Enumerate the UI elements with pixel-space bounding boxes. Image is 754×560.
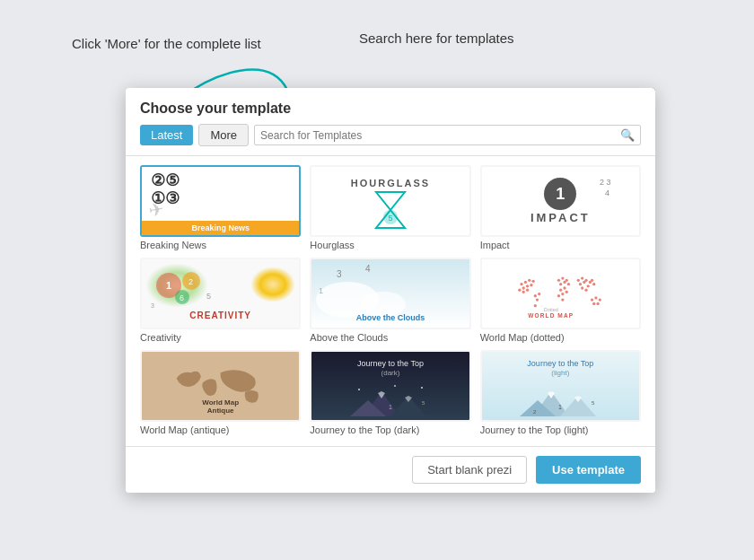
svg-point-84 [421,387,423,389]
template-dialog: Choose your template Latest More 🔍 ②⑤①③ … [126,88,655,493]
template-item-world-map-dotted[interactable]: WORLD MAP Dotted World Map (dotted) [480,258,641,343]
svg-point-49 [566,283,569,285]
svg-text:5: 5 [422,400,425,406]
template-label-journey-light: Journey to the Top (light) [480,424,641,435]
svg-point-65 [581,286,583,289]
search-input[interactable] [260,129,620,142]
svg-point-73 [538,293,540,295]
svg-point-42 [522,291,524,293]
svg-point-63 [592,283,595,285]
svg-point-72 [533,294,536,297]
svg-text:1: 1 [389,404,392,410]
svg-point-37 [531,280,534,283]
svg-point-39 [526,284,529,287]
svg-text:5: 5 [592,400,595,406]
use-template-button[interactable]: Use template [536,456,641,484]
svg-point-34 [520,283,522,285]
svg-point-43 [526,289,529,292]
tabs-row: Latest More 🔍 [126,124,655,156]
svg-point-74 [536,298,539,301]
template-label-world-map-antique: World Map (antique) [140,424,301,435]
svg-point-35 [523,281,526,284]
svg-text:4: 4 [365,264,371,274]
template-item-breaking-news[interactable]: ②⑤①③ ✈ Breaking News Breaking News [140,165,301,250]
template-item-world-map-antique[interactable]: World MapAntique World Map (antique) [140,350,301,435]
template-label-hourglass: Hourglass [310,240,470,250]
svg-point-41 [518,289,521,292]
svg-text:5: 5 [206,292,211,301]
template-item-journey-light[interactable]: Journey to the Top(light) 1 5 2 Journey … [480,350,641,435]
svg-point-64 [591,279,593,282]
start-blank-button[interactable]: Start blank prezi [412,456,527,484]
template-item-creativity[interactable]: 1 2 6 5 3 CREATIVITY Creativity [140,258,301,343]
svg-text:5: 5 [388,214,392,223]
template-label-world-map-dotted: World Map (dotted) [480,332,641,343]
tab-more[interactable]: More [198,124,249,146]
svg-point-45 [561,276,564,279]
svg-text:6: 6 [180,293,184,302]
svg-point-53 [565,291,567,293]
svg-point-66 [584,289,587,292]
svg-text:Dotted: Dotted [543,307,557,312]
svg-point-69 [598,298,601,301]
template-item-hourglass[interactable]: HOURGLASS 5 Hourglass [310,165,470,250]
search-icon[interactable]: 🔍 [620,128,635,142]
svg-point-52 [561,293,564,295]
tab-latest[interactable]: Latest [140,125,193,145]
annotation-right: Search here for templates [359,29,514,48]
template-label-creativity: Creativity [140,332,301,343]
search-wrapper: 🔍 [254,125,641,145]
svg-point-48 [563,281,566,284]
svg-point-75 [533,304,536,307]
template-item-impact[interactable]: 1 IMPACT 2 3 4 Impact [480,165,641,250]
svg-point-70 [592,302,595,305]
template-item-above-the-clouds[interactable]: 3 4 1 Above the Clouds Above the Clouds [310,258,470,343]
template-label-journey-dark: Journey to the Top (dark) [310,424,470,435]
svg-point-67 [591,298,593,301]
svg-point-44 [557,279,560,282]
svg-text:1: 1 [166,280,171,291]
template-label-impact: Impact [480,240,641,250]
annotation-left: Click 'More' for the complete list [72,34,261,53]
svg-point-50 [559,289,562,292]
template-grid: ②⑤①③ ✈ Breaking News Breaking News HOURG… [126,156,655,446]
dialog-footer: Start blank prezi Use template [126,446,655,493]
svg-text:1: 1 [558,404,562,410]
svg-text:WORLD MAP: WORLD MAP [528,312,574,319]
svg-text:3: 3 [337,269,342,279]
svg-point-56 [576,279,579,282]
svg-point-47 [559,283,562,285]
svg-text:4: 4 [605,188,609,197]
svg-text:3: 3 [151,302,154,309]
svg-point-57 [581,276,583,279]
svg-point-40 [530,284,532,286]
svg-point-85 [394,385,396,387]
dialog-title: Choose your template [140,101,641,117]
svg-point-62 [586,284,589,287]
svg-point-55 [557,294,560,297]
svg-text:2 3: 2 3 [600,178,611,187]
svg-text:1: 1 [319,286,323,295]
svg-point-60 [579,283,582,285]
svg-point-54 [561,298,564,301]
svg-point-71 [596,302,599,305]
svg-point-68 [594,296,597,299]
dialog-header: Choose your template [126,88,655,117]
svg-point-38 [522,286,524,289]
svg-point-36 [528,279,530,282]
svg-point-61 [583,281,585,284]
svg-point-83 [358,389,360,390]
template-label-breaking-news: Breaking News [140,240,301,250]
svg-point-51 [563,286,566,289]
template-item-journey-dark[interactable]: Journey to the Top(dark) 1 [310,350,470,435]
template-label-above-the-clouds: Above the Clouds [310,332,470,343]
svg-text:2: 2 [188,277,193,286]
